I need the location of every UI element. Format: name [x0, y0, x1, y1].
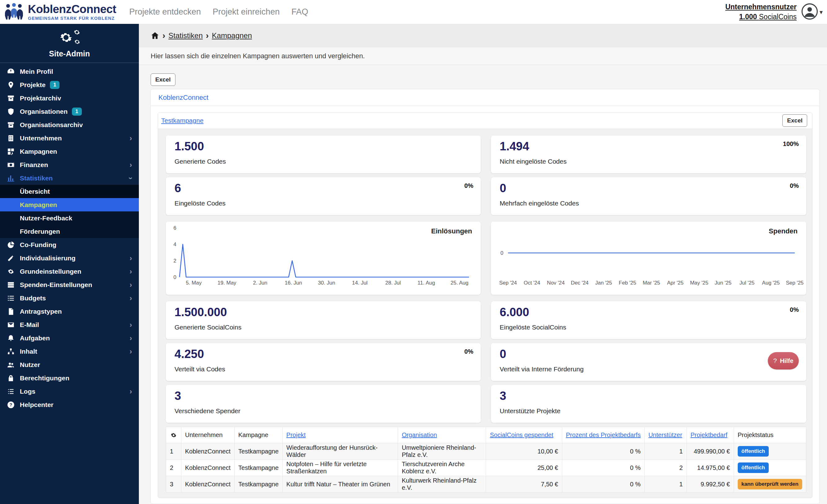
- chevron-right-icon: ›: [130, 134, 132, 143]
- sidebar-nav: Mein ProfilProjekte1ProjektarchivOrganis…: [0, 63, 139, 411]
- sidebar-item-nutzer[interactable]: Nutzer: [0, 358, 139, 371]
- stat-value: 1.500.000: [175, 306, 227, 319]
- sidebar-item-berechtigungen[interactable]: Berechtigungen: [0, 371, 139, 385]
- sidebar-item-projektarchiv[interactable]: Projektarchiv: [0, 92, 139, 105]
- sort-header-projektbedarf: Projektbedarf: [687, 427, 734, 443]
- submenu-item-übersicht[interactable]: Übersicht: [0, 185, 139, 198]
- brand-logo[interactable]: KoblenzConnect GEMEINSAM STARK FÜR KOBLE…: [0, 3, 116, 21]
- sidebar-item-e-mail[interactable]: E-Mail›: [0, 318, 139, 331]
- sidebar-item-spenden-einstellungen[interactable]: Spenden-Einstellungen›: [0, 278, 139, 291]
- sidebar-item-projekte[interactable]: Projekte1: [0, 78, 139, 92]
- sidebar-item-helpcenter[interactable]: ?Helpcenter: [0, 398, 139, 411]
- sidebar-item-organisationen[interactable]: Organisationen1: [0, 105, 139, 118]
- stat-value: 4.250: [175, 348, 204, 361]
- svg-text:5. May: 5. May: [186, 280, 202, 286]
- stat-label: Verteilt via Codes: [175, 365, 225, 373]
- gauge-icon: [7, 67, 17, 75]
- nav-faq[interactable]: FAQ: [291, 7, 308, 17]
- company-card-header: KoblenzConnect: [151, 89, 820, 106]
- sidebar-item-statistiken[interactable]: Statistiken›: [0, 171, 139, 185]
- sidebar-item-individualisierung[interactable]: Individualisierung›: [0, 251, 139, 265]
- chevron-right-icon: ›: [130, 254, 132, 262]
- breadcrumb-kampagnen[interactable]: Kampagnen: [212, 31, 252, 40]
- gear-icon: [170, 432, 177, 439]
- stat-percent: 0%: [464, 348, 473, 355]
- gears-icon: [7, 267, 17, 275]
- page-description-bar: Hier lassen sich die einzelnen Kampagnen…: [139, 47, 827, 65]
- sidebar-item-finanzen[interactable]: Finanzen›: [0, 158, 139, 171]
- campaign-stats-grid: 1.500Generierte Codes1.494Nicht eingelös…: [158, 129, 812, 498]
- sidebar-item-budgets[interactable]: Budgets›: [0, 291, 139, 305]
- chevron-right-icon: ›: [130, 320, 132, 329]
- sidebar-item-kampagnen[interactable]: Kampagnen: [0, 145, 139, 158]
- excel-export-button[interactable]: Excel: [151, 73, 176, 86]
- nav-projekt-einreichen[interactable]: Projekt einreichen: [213, 7, 280, 17]
- sidebar-item-unternehmen[interactable]: Unternehmen›: [0, 132, 139, 145]
- socialcoins-balance[interactable]: 1.000 SocialCoins: [739, 12, 796, 22]
- stat-label: Eingelöste Codes: [175, 200, 226, 207]
- table-row: 1KoblenzConnectTestkampagneWiederauffors…: [166, 443, 806, 460]
- home-icon[interactable]: [151, 31, 159, 40]
- header-unternehmen: Unternehmen: [181, 427, 235, 443]
- stat-value: 1.494: [500, 140, 529, 153]
- user-role-link[interactable]: Unternehmensnutzer: [725, 2, 796, 12]
- sidebar-item-mein-profil[interactable]: Mein Profil: [0, 65, 139, 78]
- svg-text:19. May: 19. May: [217, 280, 237, 286]
- chevron-right-icon: ›: [130, 347, 132, 356]
- campaign-link[interactable]: Testkampagne: [161, 117, 204, 124]
- avatar-icon: [801, 3, 818, 21]
- status-badge: öffentlich: [738, 446, 769, 457]
- svg-text:May '25: May '25: [690, 280, 708, 286]
- chevron-right-icon: ›: [130, 281, 132, 289]
- sitemap-icon: [7, 348, 17, 356]
- stat-label: Eingelöste SocialCoins: [500, 323, 566, 331]
- sort-header-organisation: Organisation: [398, 427, 486, 443]
- stat-value: 0: [500, 348, 506, 361]
- sidebar-item-inhalt[interactable]: Inhalt›: [0, 345, 139, 358]
- stat-value: 6.000: [500, 306, 529, 319]
- avatar-button[interactable]: ▾: [801, 3, 823, 21]
- sort-header-prozent-des-projektbedarfs: Prozent des Projektbedarfs: [562, 427, 644, 443]
- pie-icon: [7, 241, 17, 249]
- campaign-excel-button[interactable]: Excel: [782, 114, 807, 127]
- submenu-item-nutzer-feedback[interactable]: Nutzer-Feedback: [0, 211, 139, 225]
- nav-projekte-entdecken[interactable]: Projekte entdecken: [129, 7, 201, 17]
- hilfe-button[interactable]: ?Hilfe: [768, 352, 799, 369]
- stat-label: Verteilt via Interne Förderung: [500, 365, 584, 373]
- status-badge: öffentlich: [738, 462, 769, 473]
- sidebar-item-logs[interactable]: Logs›: [0, 385, 139, 398]
- svg-text:16. Jun: 16. Jun: [285, 280, 302, 286]
- svg-text:4: 4: [174, 242, 176, 247]
- page-description: Hier lassen sich die einzelnen Kampagnen…: [151, 52, 365, 60]
- sidebar-item-organisationsarchiv[interactable]: Organisationsarchiv: [0, 118, 139, 132]
- submenu-item-förderungen[interactable]: Förderungen: [0, 225, 139, 238]
- breadcrumb-statistiken[interactable]: Statistiken: [168, 31, 203, 40]
- table-settings-header[interactable]: [166, 427, 181, 443]
- stat-label: Nicht eingelöste Codes: [500, 158, 567, 165]
- company-link[interactable]: KoblenzConnect: [158, 94, 208, 102]
- svg-text:25. Aug: 25. Aug: [451, 280, 469, 286]
- submenu-item-kampagnen[interactable]: Kampagnen: [0, 198, 139, 211]
- status-badge: kann überprüft werden: [738, 479, 802, 490]
- chevron-right-icon: ›: [130, 334, 132, 343]
- stat-card-verteilt-via-interne-förderung: 0Verteilt via Interne Förderung?Hilfe: [491, 343, 806, 381]
- bell-icon: [7, 334, 17, 342]
- sidebar-item-grundeinstellungen[interactable]: Grundeinstellungen›: [0, 265, 139, 278]
- stat-value: 6: [175, 182, 181, 195]
- header-projektstatus: Projektstatus: [734, 427, 806, 443]
- qr-icon: [7, 148, 17, 156]
- sidebar-item-aufgaben[interactable]: Aufgaben›: [0, 331, 139, 345]
- svg-text:14. Jul: 14. Jul: [352, 280, 368, 286]
- wand-icon: [7, 254, 17, 262]
- question-circle-icon: ?: [7, 401, 17, 409]
- sidebar-item-co-funding[interactable]: Co-Funding: [0, 238, 139, 251]
- svg-text:Nov '24: Nov '24: [547, 280, 565, 286]
- stat-label: Verschiedene Spender: [175, 407, 241, 415]
- topbar: KoblenzConnect GEMEINSAM STARK FÜR KOBLE…: [0, 0, 827, 24]
- shield-icon: [7, 108, 17, 116]
- company-card-body: Testkampagne Excel 1.500Generierte Codes…: [151, 106, 820, 504]
- money-icon: [7, 161, 17, 169]
- projects-table: UnternehmenKampagneProjektOrganisationSo…: [166, 427, 806, 493]
- sidebar-item-antragstypen[interactable]: Antragstypen: [0, 305, 139, 318]
- campaign-card-header: Testkampagne Excel: [158, 112, 812, 129]
